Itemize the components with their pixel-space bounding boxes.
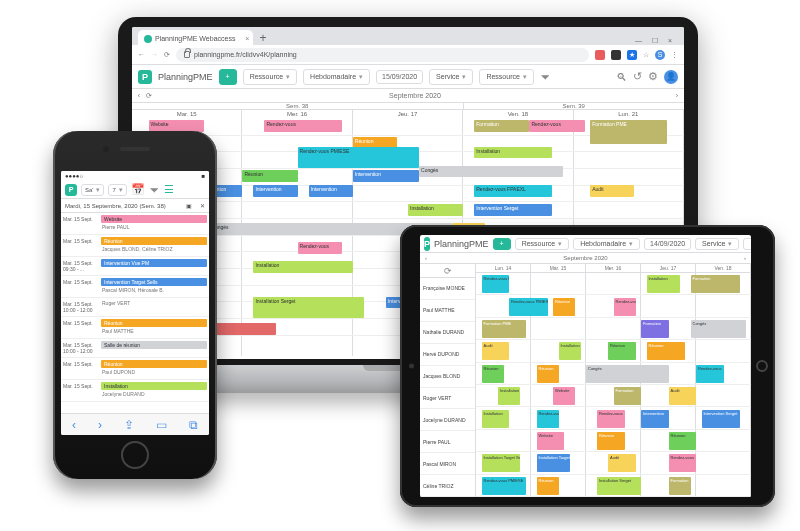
list-item[interactable]: Mar. 15 Sept.WebsitePierre PAUL — [61, 213, 209, 235]
resource-dropdown[interactable]: Ressource▾ — [515, 238, 569, 250]
view-dropdown[interactable]: Hebdomadaire▾ — [303, 69, 370, 85]
event[interactable]: Rendez-vous — [669, 454, 697, 472]
event[interactable]: Installation — [101, 382, 207, 390]
list-item[interactable]: Mar. 15 Sept.Intervention Target SellsPa… — [61, 276, 209, 298]
event[interactable]: Installation — [647, 275, 680, 293]
event[interactable]: Réunion — [482, 365, 504, 383]
resource-row[interactable]: Jocelyne DURAND — [420, 409, 475, 431]
tab-close-icon[interactable]: × — [245, 35, 249, 42]
new-tab-button[interactable]: + — [253, 31, 272, 45]
tabs-icon[interactable]: ⧉ — [189, 418, 198, 432]
event[interactable]: Réunion — [537, 365, 559, 383]
next-period-icon[interactable]: › — [739, 255, 751, 261]
event[interactable]: Formation — [474, 120, 529, 132]
list-item[interactable]: Mar. 15 Sept.RéunionPaul DUPOND — [61, 358, 209, 380]
service-filter-dropdown[interactable]: Service▾ — [429, 69, 473, 85]
list-item[interactable]: Mar. 15 Sept. 10:00 - 12:00Roger VERT — [61, 298, 209, 317]
event[interactable]: Réunion — [101, 237, 207, 245]
event[interactable]: Formation PME — [590, 120, 667, 144]
filter-icon[interactable]: ⏷ — [540, 71, 551, 83]
date-picker[interactable]: 14/09/2020 — [644, 238, 691, 250]
refresh-icon[interactable]: ⟳ — [146, 92, 160, 100]
user-avatar[interactable]: 👤 — [664, 70, 678, 84]
view-dropdown[interactable]: Hebdomadaire▾ — [573, 238, 640, 250]
resource-row[interactable]: Pierre PAUL — [420, 431, 475, 453]
event[interactable]: Réunion — [669, 432, 697, 450]
list-item[interactable]: Mar. 15 Sept.RéunionJacques BLOND, Célin… — [61, 235, 209, 257]
nav-forward-icon[interactable]: → — [151, 51, 158, 58]
event[interactable]: Intervention — [309, 185, 353, 197]
list-item[interactable]: Mar. 15 Sept. 09:30 - ...Intervention Vu… — [61, 257, 209, 276]
event[interactable]: Réunion — [597, 432, 625, 450]
resource-row[interactable]: Nathalie DURAND — [420, 322, 475, 344]
resource-row[interactable]: Jacques BLOND — [420, 366, 475, 388]
collapse-icon[interactable]: ▣ — [186, 203, 192, 209]
event[interactable]: Intervention — [353, 170, 419, 182]
service-filter-dropdown[interactable]: Service▾ — [695, 238, 739, 250]
event[interactable]: Intervention — [253, 185, 297, 197]
undo-icon[interactable]: ↺ — [633, 70, 642, 83]
event[interactable]: Formation — [691, 275, 741, 293]
event[interactable]: Rendez-vous — [597, 410, 625, 428]
event[interactable]: Installation Serget — [597, 477, 641, 495]
prev-period-icon[interactable]: ‹ — [420, 255, 432, 261]
window-maximize-icon[interactable]: ☐ — [652, 37, 658, 45]
date-picker[interactable]: 15/09/2020 — [376, 70, 423, 84]
browser-tab[interactable]: PlanningPME Webaccess × — [138, 30, 253, 45]
resource-filter-dropdown[interactable]: Ressource▾ — [743, 238, 751, 250]
extension-icon[interactable]: ★ — [627, 50, 637, 60]
browser-menu-icon[interactable]: ⋮ — [671, 51, 678, 59]
event[interactable]: Installation Target Sells — [482, 454, 521, 472]
calendar-icon[interactable]: 📅 — [131, 183, 145, 196]
nav-back-icon[interactable]: ← — [138, 51, 145, 58]
event[interactable]: Rendez-vous — [529, 120, 584, 132]
menu-icon[interactable]: ☰ — [164, 183, 174, 196]
event[interactable]: Rendez-vous — [537, 410, 559, 428]
event[interactable]: Réunion — [647, 342, 686, 360]
event[interactable]: Intervention Vue PM — [101, 259, 207, 267]
resource-row[interactable]: Roger VERT — [420, 388, 475, 410]
event[interactable]: Réunion — [608, 342, 636, 360]
extension-icon[interactable] — [611, 50, 621, 60]
event[interactable]: Installation — [482, 410, 510, 428]
prev-period-icon[interactable]: ‹ — [132, 92, 146, 99]
filter-icon[interactable]: ⏷ — [149, 184, 160, 196]
resource-dropdown[interactable]: Ressource▾ — [243, 69, 297, 85]
event[interactable]: Rendez-vous — [298, 242, 342, 254]
event[interactable]: Installation — [474, 147, 551, 159]
event[interactable]: Réunion — [101, 360, 207, 368]
url-input[interactable]: planningpme.fr/clidvv4K/planning — [176, 48, 589, 62]
home-button[interactable] — [121, 441, 149, 469]
event[interactable]: Installation — [498, 387, 520, 405]
event[interactable]: Installation — [559, 342, 581, 360]
event[interactable]: Website — [537, 432, 565, 450]
event[interactable]: Installation Serget — [253, 297, 363, 318]
event[interactable]: Rendez-vous — [264, 120, 341, 132]
back-icon[interactable]: ‹ — [72, 418, 76, 432]
event[interactable]: Rendez-vous PMIESE — [482, 477, 526, 495]
event[interactable]: Réunion — [101, 319, 207, 327]
event[interactable]: Audit — [590, 185, 634, 197]
event[interactable]: Intervention Serget — [702, 410, 741, 428]
event[interactable]: Réunion — [242, 170, 297, 182]
forward-icon[interactable]: › — [98, 418, 102, 432]
event[interactable]: Congés — [419, 166, 563, 178]
event[interactable]: Audit — [482, 342, 510, 360]
event[interactable]: Rendez-vous PMIESE — [509, 298, 548, 316]
event[interactable]: Intervention Serget — [474, 204, 551, 216]
event-list[interactable]: Mar. 15 Sept.WebsitePierre PAULMar. 15 S… — [61, 213, 209, 413]
home-button[interactable] — [756, 360, 768, 372]
event[interactable]: Rendez-vous PMIESE — [298, 147, 419, 168]
event[interactable]: Audit — [669, 387, 697, 405]
add-button[interactable]: + — [493, 238, 511, 250]
event[interactable]: Congés — [691, 320, 746, 338]
list-item[interactable]: Mar. 15 Sept.InstallationJocelyne DURAND — [61, 380, 209, 402]
search-icon[interactable]: 🔍︎ — [616, 71, 627, 83]
event[interactable]: Rendez-vous — [696, 365, 724, 383]
event[interactable]: Intervention — [641, 410, 669, 428]
refresh-icon[interactable]: ⟳ — [444, 266, 452, 276]
event[interactable]: Audit — [608, 454, 636, 472]
event[interactable]: Rendez-vous FPAEXL — [474, 185, 551, 197]
bookmarks-icon[interactable]: ▭ — [156, 418, 167, 432]
profile-avatar[interactable]: S — [655, 50, 665, 60]
